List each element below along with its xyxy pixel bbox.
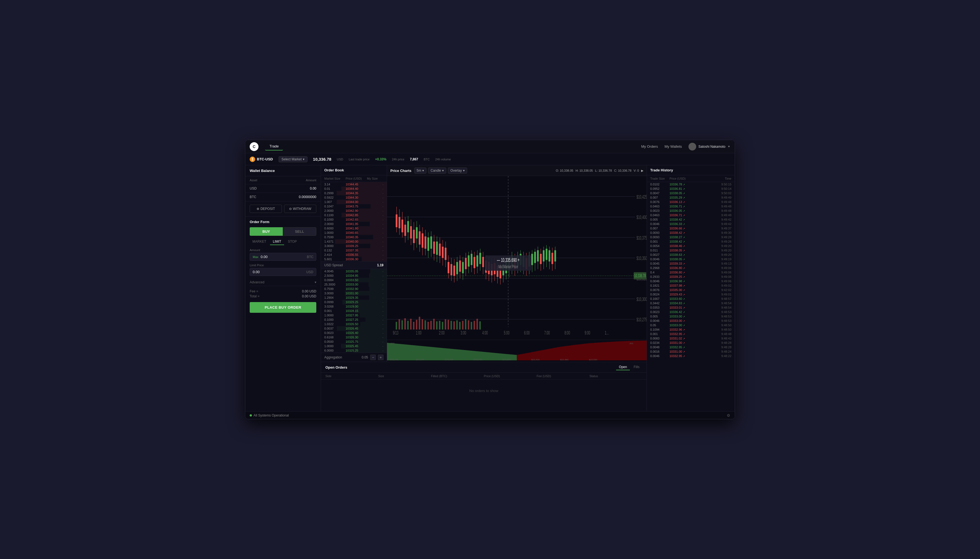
trade-history-row[interactable]: 0.0076 10336.13 ↗ 9:49:48 <box>647 200 735 204</box>
trade-history-row[interactable]: 0.1667 10333.60 ↗ 9:48:57 <box>647 296 735 301</box>
trade-history-row[interactable]: 0.001 10338.42 ↗ 9:49:26 <box>647 239 735 244</box>
trade-history-row[interactable]: 0.0463 10336.71 ↗ 9:49:48 <box>647 204 735 208</box>
settings-icon[interactable]: ⚙ <box>727 413 730 418</box>
order-book-sell-row[interactable]: 3.14 10344.45 - <box>321 182 387 187</box>
open-orders-tab-fills[interactable]: Fills <box>631 364 642 370</box>
order-book-buy-row[interactable]: 0.0984 10333.50 - <box>321 278 387 282</box>
user-menu[interactable]: Satoshi Nakamoto ▼ <box>688 143 730 150</box>
my-orders-link[interactable]: My Orders <box>641 144 658 149</box>
trade-history-row[interactable]: 0.4 10336.80 ↗ 9:49:06 <box>647 270 735 275</box>
order-book-buy-row[interactable]: 1.2904 10329.35 - <box>321 296 387 300</box>
trade-history-row[interactable]: 0.1821 10337.98 ↗ 9:49:02 <box>647 283 735 288</box>
order-book-buy-row[interactable]: 0.0500 10325.75 - <box>321 339 387 344</box>
order-book-sell-row[interactable]: 1.0000 10340.65 - <box>321 230 387 235</box>
order-book-buy-row[interactable]: 2.5000 10334.95 - <box>321 273 387 278</box>
trade-history-row[interactable]: 0.0046 10332.95 ↗ 9:48:22 <box>647 354 735 358</box>
trade-history-row[interactable]: 0.0024 10329.43 ↗ 9:49:01 <box>647 292 735 296</box>
max-link[interactable]: Max <box>253 255 259 259</box>
order-book-sell-row[interactable]: 0.1100 10342.85 - <box>321 213 387 217</box>
withdraw-button[interactable]: ⊖ WITHDRAW <box>284 205 316 213</box>
nav-tab-trade[interactable]: Trade <box>265 142 283 150</box>
trade-history-row[interactable]: 0.001 10332.95 ↗ 9:48:48 <box>647 332 735 336</box>
limit-price-input[interactable] <box>253 270 307 274</box>
trade-history-row[interactable]: 0.0093 10338.42 ↗ 9:49:30 <box>647 230 735 235</box>
trade-history-row[interactable]: 0.0353 10333.01 ↗ 9:48:54 <box>647 305 735 310</box>
order-book-buy-row[interactable]: 4.0045 10335.05 - <box>321 269 387 273</box>
amount-input[interactable] <box>261 255 307 259</box>
chart-type-selector[interactable]: Candle ▾ <box>428 167 446 174</box>
order-book-buy-row[interactable]: 25.3000 10333.00 - <box>321 282 387 287</box>
order-book-buy-row[interactable]: 3.0268 10329.00 - <box>321 304 387 309</box>
trade-history-row[interactable]: 0.0952 10336.81 ↗ 9:50:14 <box>647 187 735 191</box>
order-book-sell-row[interactable]: 0.01 10344.40 - <box>321 187 387 191</box>
timeframe-selector[interactable]: 5m ▾ <box>414 167 427 174</box>
aggregation-increase-button[interactable]: + <box>378 355 383 360</box>
trade-history-list[interactable]: 0.0102 10336.78 ↗ 9:50:15 0.0952 10336.8… <box>647 182 735 411</box>
open-orders-tab-open[interactable]: Open <box>616 364 630 370</box>
trade-history-row[interactable]: 0.0054 10338.46 ↗ 9:49:20 <box>647 244 735 248</box>
my-wallets-link[interactable]: My Wallets <box>665 144 682 149</box>
trade-history-row[interactable]: 0.0047 10338.05 ↗ 9:50:02 <box>647 191 735 195</box>
app-logo[interactable]: C <box>250 142 259 151</box>
order-book-buy-row[interactable]: 6.0000 10325.25 - <box>321 348 387 353</box>
sell-button[interactable]: SELL <box>283 227 316 236</box>
depth-chart[interactable]: -300 300 $10,180 $10,230 $10,280 $10,330… <box>387 340 647 362</box>
trade-history-row[interactable]: 0.005 10338.42 ↗ 9:49:42 <box>647 217 735 222</box>
trade-history-row[interactable]: 0.007 10335.29 ↗ 9:49:49 <box>647 195 735 200</box>
trade-history-row[interactable]: 0.0046 10336.33 ↗ 9:49:42 <box>647 222 735 226</box>
trade-history-row[interactable]: 0.0016 10331.00 ↗ 9:48:24 <box>647 349 735 354</box>
trade-history-row[interactable]: 0.0076 10335.00 ↗ 9:42:02 <box>647 288 735 292</box>
order-book-sell-row[interactable]: 2.0000 10341.95 - <box>321 222 387 226</box>
order-book-scroll[interactable]: 3.14 10344.45 - 0.01 10344.40 - 0.2999 1… <box>321 182 387 353</box>
order-book-buy-row[interactable]: 0.6168 10326.30 - <box>321 335 387 339</box>
chart-scroll-right-icon[interactable]: ▶ <box>641 169 643 172</box>
trade-history-row[interactable]: 0.3442 10334.83 ↗ 9:48:54 <box>647 301 735 305</box>
trade-history-row[interactable]: 0.0463 10336.71 ↗ 9:49:48 <box>647 213 735 217</box>
order-book-buy-row[interactable]: 1.0000 10327.95 - <box>321 313 387 318</box>
order-book-buy-row[interactable]: 0.0999 10329.25 - <box>321 300 387 304</box>
trade-history-row[interactable]: 0.0045 10339.33 ↗ 9:49:13 <box>647 261 735 266</box>
trade-history-row[interactable]: 0.2968 10336.80 ↗ 9:49:06 <box>647 266 735 270</box>
candlestick-chart[interactable]: $10,425 $10,400 $10,375 $10,350 $10,325 … <box>387 176 647 340</box>
order-book-sell-row[interactable]: 1.007 10344.00 - <box>321 200 387 204</box>
trade-history-row[interactable]: 0.0083 10331.02 ↗ 9:48:43 <box>647 336 735 341</box>
order-book-sell-row[interactable]: 0.2999 10344.35 - <box>321 191 387 195</box>
order-book-sell-row[interactable]: 1.4371 10340.00 - <box>321 239 387 244</box>
place-order-button[interactable]: PLACE BUY ORDER <box>250 302 316 313</box>
order-book-sell-row[interactable]: 0.1000 10342.65 - <box>321 217 387 222</box>
advanced-toggle[interactable]: Advanced ▾ <box>250 279 316 286</box>
trade-history-row[interactable]: 0.0023 10336.42 ↗ 9:48:53 <box>647 310 735 314</box>
trade-history-row[interactable]: 0.0046 10333.00 ↗ 9:48:53 <box>647 319 735 323</box>
order-type-market[interactable]: MARKET <box>250 238 269 245</box>
order-book-buy-row[interactable]: 0.1000 10327.25 - <box>321 318 387 322</box>
buy-button[interactable]: BUY <box>250 227 283 236</box>
trade-history-row[interactable]: 0.2933 10339.25 ↗ 9:49:06 <box>647 275 735 279</box>
deposit-button[interactable]: ⊕ DEPOSIT <box>250 205 282 213</box>
order-book-sell-row[interactable]: 0.7599 10340.35 - <box>321 235 387 239</box>
aggregation-decrease-button[interactable]: − <box>370 355 376 360</box>
trade-history-row[interactable]: 0.0046 10336.98 ↗ 9:49:06 <box>647 279 735 283</box>
trade-history-row[interactable]: 0.011 10338.05 ↗ 9:49:20 <box>647 248 735 253</box>
order-book-sell-row[interactable]: 0.6000 10341.80 - <box>321 226 387 230</box>
order-type-limit[interactable]: LIMIT <box>270 238 284 245</box>
trade-history-row[interactable]: 0.05 10333.00 ↗ 9:48:50 <box>647 323 735 327</box>
order-type-stop[interactable]: STOP <box>285 238 300 245</box>
trade-history-row[interactable]: 0.0048 10332.95 ↗ 9:48:28 <box>647 345 735 349</box>
trade-history-row[interactable]: 0.0102 10336.78 ↗ 9:50:15 <box>647 182 735 187</box>
trade-history-row[interactable]: 0.0023 10336.05 ↗ 9:49:48 <box>647 208 735 213</box>
order-book-sell-row[interactable]: 2.414 10336.55 - <box>321 253 387 257</box>
order-book-sell-row[interactable]: 0.1047 10343.75 - <box>321 204 387 208</box>
order-book-buy-row[interactable]: 0.7599 10332.90 - <box>321 287 387 291</box>
trade-history-row[interactable]: 0.007 10336.66 ↗ 9:49:37 <box>647 226 735 230</box>
trade-history-row[interactable]: 0.005 10333.00 ↗ 9:48:53 <box>647 314 735 319</box>
order-book-buy-row[interactable]: 0.001 10328.15 - <box>321 309 387 313</box>
order-book-buy-row[interactable]: 0.0037 10326.45 - <box>321 326 387 331</box>
trade-history-row[interactable]: 0.0027 10338.63 ↗ 9:49:20 <box>647 253 735 257</box>
overlay-selector[interactable]: Overlay ▾ <box>448 167 467 174</box>
order-book-sell-row[interactable]: 2.0000 10342.90 - <box>321 208 387 213</box>
order-book-buy-row[interactable]: 1.0322 10326.50 - <box>321 322 387 326</box>
order-book-buy-row[interactable]: 0.0023 10326.40 - <box>321 331 387 335</box>
order-book-sell-row[interactable]: 5.601 10336.30 - <box>321 257 387 261</box>
order-book-sell-row[interactable]: 3.0000 10339.25 - <box>321 244 387 248</box>
select-market-button[interactable]: Select Market ▾ <box>279 156 307 162</box>
